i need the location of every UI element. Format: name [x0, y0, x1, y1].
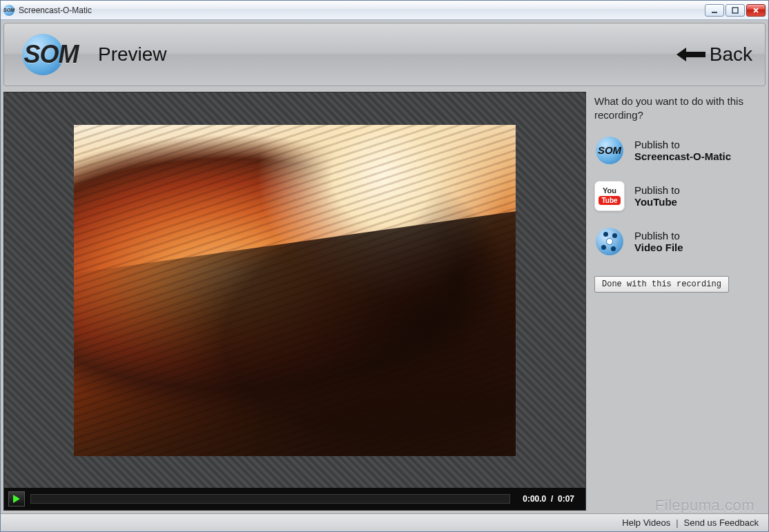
window-title: Screencast-O-Matic — [19, 6, 92, 15]
publish-line1: Publish to — [634, 184, 680, 196]
header-bar: SOM Preview Back — [3, 23, 766, 86]
footer-separator: | — [676, 518, 678, 528]
app-logo-text: SOM — [23, 40, 78, 69]
time-display: 0:00.0 / 0:07 — [516, 494, 581, 504]
publish-line1: Publish to — [634, 230, 683, 242]
player-bar: 0:00.0 / 0:07 — [4, 488, 585, 510]
publish-line2: YouTube — [634, 196, 680, 208]
progress-track[interactable] — [30, 494, 510, 504]
window-minimize-button[interactable] — [705, 4, 724, 17]
film-reel-icon — [594, 226, 625, 257]
som-icon: SOM — [594, 135, 625, 166]
window-close-button[interactable] — [746, 4, 766, 17]
footer-bar: Help Videos | Send us Feedback — [1, 513, 768, 531]
back-button[interactable]: Back — [676, 43, 752, 66]
publish-line2: Screencast-O-Matic — [634, 150, 731, 162]
publish-line2: Video File — [634, 242, 683, 253]
app-icon-label: SOM — [3, 5, 14, 16]
app-body: SOM Preview Back — [1, 20, 768, 531]
svg-rect-1 — [732, 8, 738, 13]
app-icon: SOM — [3, 5, 14, 16]
app-window: SOM Screencast-O-Matic SOM Preview — [0, 0, 769, 532]
publish-line1: Publish to — [634, 139, 731, 150]
back-button-label: Back — [710, 43, 752, 66]
preview-pane: 0:00.0 / 0:07 — [3, 92, 586, 511]
workspace: 0:00.0 / 0:07 What do you want to do wit… — [3, 92, 766, 511]
side-prompt: What do you want to do with this recordi… — [594, 95, 760, 123]
video-preview-frame[interactable] — [74, 125, 516, 456]
play-button[interactable] — [8, 491, 25, 506]
page-title: Preview — [98, 43, 167, 66]
window-titlebar: SOM Screencast-O-Matic — [1, 1, 768, 20]
play-icon — [13, 495, 20, 503]
publish-option-youtube[interactable]: You Tube Publish to YouTube — [594, 181, 760, 211]
duration: 0:07 — [558, 494, 574, 504]
back-arrow-icon — [676, 48, 705, 61]
help-videos-link[interactable]: Help Videos — [622, 518, 670, 528]
side-panel: What do you want to do with this recordi… — [592, 92, 766, 511]
window-maximize-button[interactable] — [726, 4, 745, 17]
app-logo: SOM — [17, 34, 86, 75]
send-feedback-link[interactable]: Send us Feedback — [684, 518, 759, 528]
done-button[interactable]: Done with this recording — [594, 276, 729, 293]
youtube-icon: You Tube — [594, 181, 625, 211]
publish-option-som[interactable]: SOM Publish to Screencast-O-Matic — [594, 135, 760, 166]
current-time: 0:00.0 — [523, 494, 546, 504]
publish-option-videofile[interactable]: Publish to Video File — [594, 226, 760, 257]
video-area — [4, 92, 585, 488]
svg-rect-0 — [712, 12, 717, 13]
